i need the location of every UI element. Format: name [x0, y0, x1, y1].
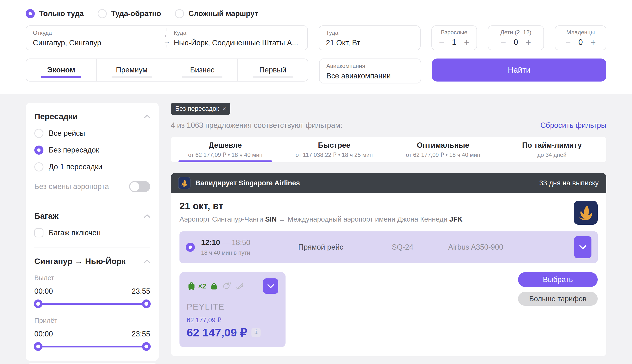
tab-underline	[182, 76, 222, 78]
more-fares-button[interactable]: Больше тарифов	[518, 292, 598, 306]
baggage-included-option[interactable]: Багаж включен	[34, 228, 150, 238]
checkbox-icon[interactable]	[34, 228, 44, 238]
section-title: Багаж	[34, 211, 59, 220]
search-button[interactable]: Найти	[432, 58, 606, 82]
radio-icon[interactable]	[175, 9, 184, 18]
route-section-header[interactable]: Сингапур → Нью-Йорк	[34, 256, 150, 266]
children-label: Дети (2–12)	[493, 29, 538, 36]
slider-handle-min[interactable]	[34, 342, 43, 351]
children-stepper: Дети (2–12) − 0 +	[488, 26, 544, 50]
trip-type-label: Туда-обратно	[111, 9, 161, 18]
slider-handle-max[interactable]	[142, 342, 151, 351]
arrival-label: Прилёт	[34, 317, 150, 324]
origin-field[interactable]: Откуда Сингапур, Сингапур	[26, 26, 167, 50]
airline-value[interactable]: Все авиакомпании	[326, 72, 414, 80]
ticketing-deadline: 33 дня на выписку	[539, 179, 599, 187]
filter-option-nonstop[interactable]: Без пересадок	[34, 146, 150, 155]
sort-tab-label: Оптимальные	[417, 141, 469, 150]
baggage-section: Багаж Багаж включен	[34, 202, 150, 247]
trip-type-row: Только туда Туда-обратно Сложный маршрут	[26, 9, 606, 18]
radio-selected-icon[interactable]	[34, 146, 44, 155]
chevron-up-icon[interactable]	[144, 260, 150, 263]
destination-field[interactable]: Куда Нью-Йорк, Соединенные Штаты А...	[167, 26, 307, 50]
flight-segment-row[interactable]: 12:10 — 18:50 18 ч 40 мин в пути Прямой …	[180, 232, 598, 263]
sort-tab-label: Дешевле	[209, 141, 242, 150]
tab-underline	[253, 76, 293, 78]
radio-icon[interactable]	[34, 129, 44, 138]
baggage-section-header[interactable]: Багаж	[34, 211, 150, 220]
segment-radio-selected-icon[interactable]	[186, 243, 195, 252]
sort-tab-sub: от 117 038,22 ₽ • 18 ч 25 мин	[296, 152, 373, 158]
adults-minus-button[interactable]: −	[439, 38, 444, 47]
transfers-section-header[interactable]: Пересадки	[34, 112, 150, 121]
fare-base-price: 62 177,09 ₽	[187, 316, 278, 324]
radio-icon[interactable]	[34, 162, 44, 172]
origin-value[interactable]: Сингапур, Сингапур	[33, 38, 160, 47]
airline-field[interactable]: Авиакомпания Все авиакомпании	[319, 58, 421, 84]
sort-tab-fastest[interactable]: Быстрее от 117 038,22 ₽ • 18 ч 25 мин	[280, 137, 389, 162]
flight-number: SQ-24	[392, 243, 448, 252]
departure-label: Вылет	[34, 274, 150, 282]
active-filter-chip[interactable]: Без пересадок ×	[171, 103, 230, 115]
chevron-up-icon[interactable]	[144, 214, 150, 218]
tab-label: Премиум	[116, 66, 148, 74]
close-icon[interactable]: ×	[222, 105, 226, 112]
tab-first[interactable]: Первый	[237, 59, 308, 81]
time-dash: —	[222, 238, 230, 247]
children-plus-button[interactable]: +	[526, 38, 531, 47]
select-fare-button[interactable]: Выбрать	[518, 272, 598, 287]
arrival-time-slider[interactable]	[34, 342, 150, 351]
trip-type-oneway[interactable]: Только туда	[26, 9, 84, 18]
filter-option-all-flights[interactable]: Все рейсы	[34, 129, 150, 138]
trip-type-multicity[interactable]: Сложный маршрут	[175, 9, 258, 18]
departure-time: 12:10	[201, 238, 220, 247]
tab-economy[interactable]: Эконом	[26, 59, 96, 81]
trip-type-roundtrip[interactable]: Туда-обратно	[98, 9, 161, 18]
tab-business[interactable]: Бизнес	[167, 59, 237, 81]
direct-flight-label: Прямой рейс	[298, 243, 392, 252]
chevron-up-icon[interactable]	[144, 114, 150, 118]
sort-tab-time-limit[interactable]: По тайм-лимиту до 34 дней	[497, 137, 606, 162]
toggle-label: Без смены аэропорта	[34, 182, 109, 191]
sort-tab-label: Быстрее	[318, 141, 350, 150]
flight-offer-card: Валидирует Singapore Airlines 33 дня на …	[171, 173, 606, 356]
offer-route: Аэропорт Сингапур-Чанги SIN → Международ…	[180, 215, 463, 223]
expand-segment-button[interactable]	[574, 236, 591, 258]
slider-track	[36, 303, 148, 305]
destination-value[interactable]: Нью-Йорк, Соединенные Штаты А...	[174, 38, 301, 47]
filter-option-max-1-stop[interactable]: До 1 пересадки	[34, 162, 150, 172]
destination-code: JFK	[449, 215, 463, 223]
cabin-class-tabs: Эконом Премиум Бизнес Первый	[26, 58, 308, 82]
date-value[interactable]: 21 Окт, Вт	[326, 38, 413, 47]
adults-label: Взрослые	[437, 29, 471, 36]
infants-stepper: Младенцы − 0 +	[555, 26, 606, 50]
fare-name: PEYLITE	[187, 302, 278, 312]
date-field[interactable]: Туда 21 Окт, Вт	[319, 26, 420, 50]
arrival-min-time: 00:00	[34, 330, 53, 338]
slider-handle-max[interactable]	[142, 300, 151, 308]
children-minus-button[interactable]: −	[501, 38, 506, 47]
price-info-icon[interactable]: i	[251, 328, 261, 337]
trip-type-label: Сложный маршрут	[188, 9, 258, 18]
infants-minus-button[interactable]: −	[565, 38, 570, 47]
radio-icon[interactable]	[98, 9, 107, 18]
infants-count: 0	[577, 38, 584, 47]
departure-time-slider[interactable]	[34, 299, 150, 308]
baggage-count: ×2	[198, 282, 206, 290]
no-airport-change-toggle[interactable]	[129, 181, 150, 192]
filters-sidebar: Пересадки Все рейсы Без пересадок До 1 п…	[26, 103, 159, 364]
sort-tab-cheapest[interactable]: Дешевле от 62 177,09 ₽ • 18 ч 40 мин	[171, 137, 280, 162]
fare-card[interactable]: ×2 ?	[180, 272, 286, 347]
sort-tab-optimal[interactable]: Оптимальные от 62 177,09 ₽ • 18 ч 40 мин	[389, 137, 498, 162]
singapore-airlines-logo-icon	[574, 201, 598, 225]
reset-filters-link[interactable]: Сбросить фильтры	[540, 121, 606, 130]
infants-plus-button[interactable]: +	[590, 38, 596, 47]
swap-locations-icon[interactable]: ← →	[163, 31, 171, 45]
tab-premium[interactable]: Премиум	[96, 59, 167, 81]
section-title: Пересадки	[34, 112, 78, 121]
adults-plus-button[interactable]: +	[464, 38, 469, 47]
slider-handle-min[interactable]	[34, 300, 43, 308]
departure-min-time: 00:00	[34, 287, 53, 296]
radio-selected-icon[interactable]	[26, 9, 35, 18]
expand-fare-button[interactable]	[263, 278, 278, 294]
